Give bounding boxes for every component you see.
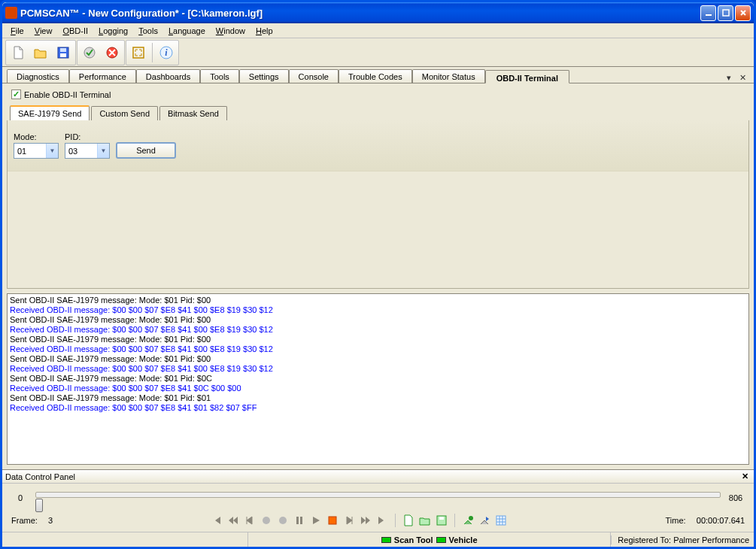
skip-end-button[interactable] — [375, 514, 389, 527]
menu-view[interactable]: View — [29, 25, 58, 37]
app-icon — [5, 7, 17, 19]
status-scan-tool: Scan Tool — [394, 535, 433, 544]
tab-obd-ii-terminal[interactable]: OBD-II Terminal — [485, 70, 569, 83]
pid-value: 03 — [68, 147, 77, 156]
new-log-button[interactable] — [402, 514, 415, 527]
rewind-button[interactable] — [226, 514, 240, 527]
save-file-button[interactable] — [53, 42, 74, 63]
subtab-custom-send[interactable]: Custom Send — [91, 106, 158, 120]
toolbar: i — [2, 38, 754, 67]
export-button[interactable] — [478, 514, 491, 527]
titlebar: PCMSCAN™ - New Configuration* - [C:\kame… — [2, 2, 754, 23]
svg-rect-13 — [300, 517, 302, 524]
minimize-button[interactable] — [700, 5, 716, 21]
tab-close-button[interactable]: ✕ — [737, 72, 748, 83]
pid-combo[interactable]: 03 ▼ — [65, 143, 110, 159]
terminal-log[interactable]: Sent OBD-II SAE-J1979 message: Mode: $01… — [7, 293, 749, 466]
log-sent-line: Sent OBD-II SAE-J1979 message: Mode: $01… — [10, 393, 746, 403]
tab-performance[interactable]: Performance — [69, 69, 136, 83]
svg-rect-18 — [496, 516, 506, 525]
menu-file[interactable]: File — [5, 25, 29, 37]
open-file-button[interactable] — [30, 42, 51, 63]
status-registered: Registered To: Palmer Performance — [611, 535, 749, 544]
step-fwd-button[interactable] — [342, 514, 356, 527]
statusbar: Scan Tool Vehicle Registered To: Palmer … — [2, 532, 754, 547]
dcp-close-button[interactable]: ✕ — [739, 472, 751, 481]
save-log-button[interactable] — [435, 514, 448, 527]
menu-tools[interactable]: Tools — [133, 25, 163, 37]
svg-rect-14 — [329, 517, 336, 524]
tab-diagnostics[interactable]: Diagnostics — [7, 69, 69, 83]
svg-point-11 — [279, 517, 287, 524]
mode-label: Mode: — [14, 132, 59, 141]
add-marker-button[interactable] — [461, 514, 475, 527]
play-button[interactable] — [309, 514, 323, 527]
info-button[interactable]: i — [156, 42, 177, 63]
record-button[interactable] — [260, 514, 273, 527]
enable-terminal-checkbox[interactable]: ✓ — [11, 89, 21, 99]
tab-settings[interactable]: Settings — [239, 69, 289, 83]
time-label: Time: — [666, 516, 686, 525]
log-sent-line: Sent OBD-II SAE-J1979 message: Mode: $01… — [10, 335, 746, 344]
log-received-line: Received OBD-II message: $00 $00 $07 $E8… — [10, 364, 746, 374]
log-sent-line: Sent OBD-II SAE-J1979 message: Mode: $01… — [10, 354, 746, 364]
log-received-line: Received OBD-II message: $00 $00 $07 $E8… — [10, 384, 746, 393]
fullscreen-button[interactable] — [128, 42, 149, 63]
vehicle-led — [436, 537, 446, 543]
log-sent-line: Sent OBD-II SAE-J1979 message: Mode: $01… — [10, 315, 746, 325]
connect-button[interactable] — [79, 42, 100, 63]
time-value: 00:00:07.641 — [697, 516, 745, 525]
menubar: FileViewOBD-IILoggingToolsLanguageWindow… — [2, 23, 754, 38]
send-button[interactable]: Send — [116, 142, 176, 159]
log-sent-line: Sent OBD-II SAE-J1979 message: Mode: $01… — [10, 374, 746, 384]
data-control-panel: Data Control Panel ✕ 0 806 Frame: 3 — [2, 469, 754, 532]
maximize-button[interactable] — [718, 5, 733, 21]
log-received-line: Received OBD-II message: $00 $00 $07 $E8… — [10, 403, 746, 413]
chevron-down-icon: ▼ — [97, 144, 109, 158]
dcp-title: Data Control Panel — [5, 472, 75, 481]
pause-button[interactable] — [293, 514, 306, 527]
subtab-bitmask-send[interactable]: Bitmask Send — [159, 106, 227, 120]
grid-button[interactable] — [494, 514, 508, 527]
svg-rect-0 — [706, 14, 712, 16]
close-button[interactable] — [735, 5, 751, 21]
stop-button[interactable] — [326, 514, 339, 527]
subtab-sae-j1979-send[interactable]: SAE-J1979 Send — [10, 105, 90, 121]
slider-thumb[interactable] — [35, 499, 43, 512]
tab-tools[interactable]: Tools — [200, 69, 239, 83]
send-subtabs: SAE-J1979 SendCustom SendBitmask Send — [7, 104, 749, 120]
tab-trouble-codes[interactable]: Trouble Codes — [339, 69, 412, 83]
enable-terminal-label: Enable OBD-II Terminal — [24, 90, 111, 99]
log-received-line: Received OBD-II message: $00 $00 $07 $E8… — [10, 325, 746, 335]
frame-slider[interactable] — [35, 490, 721, 506]
tab-dashboards[interactable]: Dashboards — [136, 69, 200, 83]
step-back-button[interactable] — [243, 514, 257, 527]
tab-monitor-status[interactable]: Monitor Status — [412, 69, 485, 83]
new-file-button[interactable] — [8, 42, 29, 63]
svg-point-17 — [469, 516, 473, 520]
menu-window[interactable]: Window — [211, 25, 250, 37]
menu-help[interactable]: Help — [250, 25, 278, 37]
svg-rect-3 — [60, 48, 66, 52]
frame-value: 3 — [48, 516, 53, 525]
log-received-line: Received OBD-II message: $00 $00 $07 $E8… — [10, 305, 746, 315]
log-sent-line: Sent OBD-II SAE-J1979 message: Mode: $01… — [10, 296, 746, 305]
tab-menu-button[interactable]: ▾ — [724, 72, 734, 83]
terminal-panel: ✓ Enable OBD-II Terminal SAE-J1979 SendC… — [2, 83, 754, 469]
app-window: PCMSCAN™ - New Configuration* - [C:\kame… — [0, 0, 756, 549]
mode-combo[interactable]: 01 ▼ — [14, 143, 59, 159]
disconnect-button[interactable] — [102, 42, 123, 63]
svg-rect-12 — [296, 517, 299, 524]
menu-language[interactable]: Language — [163, 25, 211, 37]
send-panel: Mode: 01 ▼ PID: 03 ▼ Send — [8, 120, 748, 171]
skip-start-button[interactable] — [210, 514, 223, 527]
fast-fwd-button[interactable] — [359, 514, 372, 527]
open-log-button[interactable] — [418, 514, 432, 527]
tab-console[interactable]: Console — [289, 69, 339, 83]
svg-rect-7 — [133, 47, 144, 58]
record2-button[interactable] — [276, 514, 290, 527]
menu-obd-ii[interactable]: OBD-II — [57, 25, 93, 37]
svg-rect-16 — [439, 517, 444, 520]
menu-logging[interactable]: Logging — [93, 25, 133, 37]
chevron-down-icon: ▼ — [46, 144, 58, 158]
